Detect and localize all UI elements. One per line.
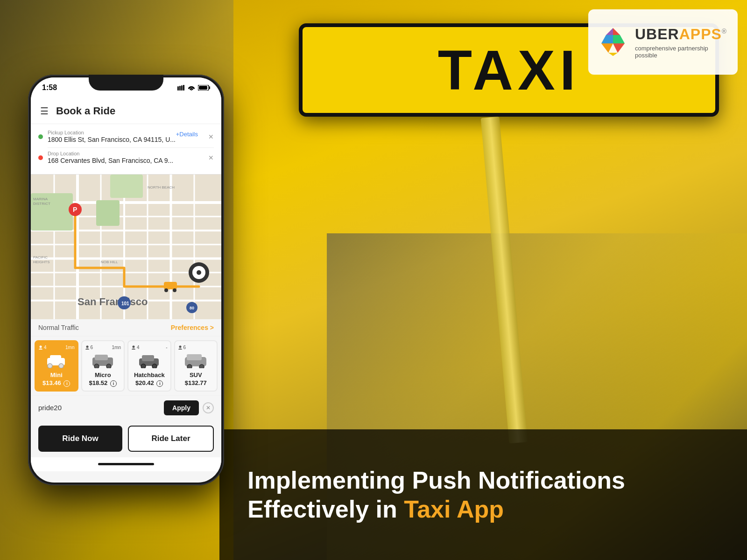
- pickup-dot: [38, 134, 43, 139]
- mini-car-img: [38, 352, 75, 370]
- suv-car-img: [178, 352, 214, 370]
- svg-text:DISTRICT: DISTRICT: [33, 202, 50, 206]
- preferences-link[interactable]: Preferences >: [171, 324, 214, 331]
- home-indicator: [31, 457, 221, 471]
- phone-device: 1:58 ☰ Book a Ride +Details P: [28, 75, 224, 485]
- svg-marker-3: [613, 35, 625, 43]
- ride-options: 4 1mn Mini $13.46 i: [31, 336, 221, 395]
- dropoff-field: Drop Location 168 Cervantes Blvd, San Fr…: [38, 151, 214, 165]
- promo-code-input[interactable]: [38, 404, 160, 412]
- svg-rect-13: [209, 86, 210, 89]
- pickup-clear-button[interactable]: ✕: [208, 133, 214, 140]
- ride-actions: Ride Now Ride Later: [31, 420, 221, 457]
- suv-name: SUV: [178, 371, 214, 378]
- logo-registered: ®: [722, 28, 727, 35]
- promo-close-button[interactable]: ✕: [203, 402, 214, 413]
- svg-rect-55: [50, 355, 61, 361]
- promo-row: Apply ✕: [31, 395, 221, 420]
- mini-wait: 1mn: [65, 345, 74, 350]
- svg-marker-2: [601, 35, 613, 43]
- hamburger-menu[interactable]: ☰: [40, 105, 49, 117]
- svg-rect-31: [96, 200, 120, 226]
- traffic-bar: Normal Traffic Preferences >: [31, 319, 221, 336]
- svg-point-63: [133, 345, 135, 348]
- promo-apply-button[interactable]: Apply: [164, 400, 199, 415]
- ride-card-hatchback[interactable]: 4 - Hatchback $20.42 i: [127, 340, 171, 392]
- svg-point-71: [187, 364, 192, 368]
- headline-line2-highlight: Taxi App: [404, 496, 504, 523]
- svg-point-42: [197, 270, 201, 275]
- mini-price: $13.46 i: [38, 379, 75, 387]
- uberapps-logo-icon: [597, 26, 629, 58]
- location-fields: +Details Pickup Location 1800 Ellis St, …: [31, 124, 221, 175]
- taxi-sign-text: TAXI: [438, 38, 580, 102]
- logo-uber: UBER: [635, 26, 679, 42]
- micro-passengers: 6: [85, 345, 93, 350]
- micro-name: Micro: [85, 371, 121, 378]
- svg-rect-37: [164, 282, 177, 289]
- ride-now-button[interactable]: Ride Now: [38, 426, 122, 452]
- svg-text:NOB HILL: NOB HILL: [101, 260, 118, 264]
- hatchback-passengers: 4: [131, 345, 140, 350]
- status-icons: [177, 85, 210, 91]
- map-svg: San Francisco P MARINA DISTRICT NORTH B: [31, 175, 221, 319]
- svg-text:San Francisco: San Francisco: [78, 296, 148, 308]
- svg-point-39: [173, 288, 176, 292]
- micro-car-img: [85, 352, 121, 370]
- hatchback-price: $20.42 i: [131, 379, 168, 387]
- mini-name: Mini: [38, 371, 75, 378]
- phone-notch: [89, 75, 163, 91]
- svg-point-66: [141, 364, 146, 368]
- svg-text:PACIFIC: PACIFIC: [33, 255, 48, 259]
- svg-point-38: [164, 288, 168, 292]
- micro-wait: 1mn: [112, 345, 121, 350]
- details-link[interactable]: +Details: [176, 131, 198, 138]
- svg-text:101: 101: [121, 301, 129, 306]
- ride-card-mini[interactable]: 4 1mn Mini $13.46 i: [35, 340, 78, 392]
- dropoff-clear-button[interactable]: ✕: [208, 154, 214, 161]
- ride-later-button[interactable]: Ride Later: [128, 426, 214, 452]
- logo-text: UBERAPPS® comprehensive partnership poss…: [635, 26, 729, 59]
- svg-point-67: [152, 364, 157, 368]
- dropoff-label: Drop Location: [48, 151, 204, 156]
- ride-card-micro[interactable]: 6 1mn Micro $18.52 i: [81, 340, 125, 392]
- suv-passengers: 6: [178, 345, 186, 350]
- svg-rect-32: [110, 175, 143, 198]
- svg-point-68: [179, 345, 181, 348]
- micro-price: $18.52 i: [85, 379, 121, 387]
- svg-rect-7: [177, 86, 179, 91]
- svg-marker-0: [613, 28, 620, 35]
- svg-point-62: [106, 364, 111, 368]
- hatchback-name: Hatchback: [131, 371, 168, 378]
- dropoff-dot: [38, 155, 43, 160]
- hatchback-car-img: [131, 352, 168, 370]
- pickup-value[interactable]: 1800 Ellis St, San Francisco, CA 94115, …: [48, 136, 176, 143]
- map-area[interactable]: San Francisco P MARINA DISTRICT NORTH B: [31, 175, 221, 319]
- svg-rect-60: [95, 355, 108, 360]
- svg-marker-4: [601, 43, 613, 53]
- svg-rect-65: [142, 355, 154, 361]
- ride-card-suv[interactable]: 6 SUV $132.77: [174, 340, 218, 392]
- logo-area: UBERAPPS® comprehensive partnership poss…: [588, 9, 738, 75]
- svg-point-11: [191, 90, 192, 91]
- phone-wrapper: 1:58 ☰ Book a Ride +Details P: [14, 0, 238, 560]
- logo-apps: APPS: [679, 26, 722, 42]
- main-headline: Implementing Push Notifications Effectiv…: [247, 466, 625, 524]
- logo-tagline: comprehensive partnership possible: [635, 45, 729, 59]
- app-header: ☰ Book a Ride: [31, 98, 221, 124]
- svg-point-53: [40, 345, 42, 348]
- svg-point-56: [48, 364, 52, 368]
- suv-price: $132.77: [178, 379, 214, 386]
- hatchback-wait: -: [166, 345, 167, 350]
- app-title: Book a Ride: [56, 105, 212, 117]
- svg-text:P: P: [73, 206, 77, 213]
- svg-point-57: [59, 364, 63, 368]
- svg-text:80: 80: [190, 306, 194, 310]
- svg-marker-5: [613, 43, 625, 53]
- traffic-label: Normal Traffic: [38, 324, 79, 331]
- status-time: 1:58: [42, 84, 57, 92]
- svg-rect-10: [183, 85, 184, 91]
- svg-text:HEIGHTS: HEIGHTS: [33, 260, 50, 264]
- dropoff-value[interactable]: 168 Cervantes Blvd, San Francisco, CA 9.…: [48, 157, 173, 164]
- svg-rect-8: [179, 86, 181, 91]
